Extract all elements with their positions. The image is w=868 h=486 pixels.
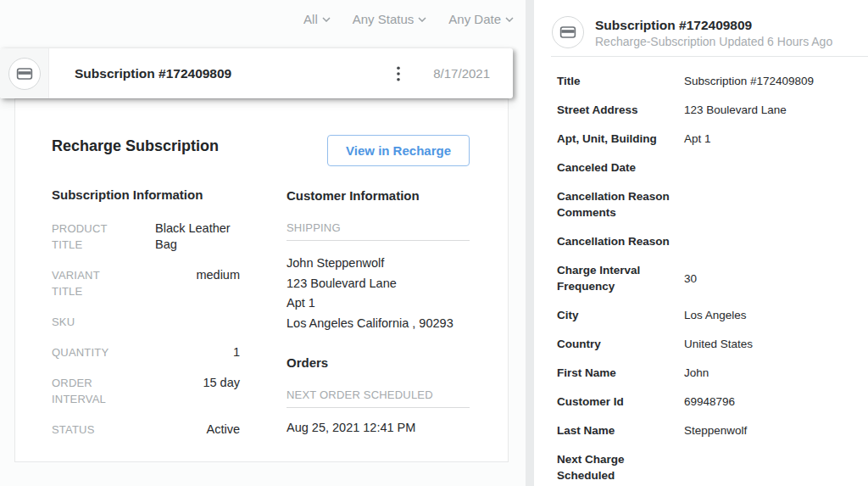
detail-subtitle: Recharge-Subscription Updated 6 Hours Ag…: [595, 34, 832, 50]
list-item-title: Subscription #172409809: [75, 66, 231, 81]
row-value: 69948796: [684, 394, 735, 410]
detail-row-cancellation-reason: Cancellation Reason: [557, 233, 860, 249]
filter-all-label: All: [303, 12, 318, 26]
credit-card-icon: [16, 67, 33, 81]
card-title: Recharge Subscription: [52, 137, 240, 155]
detail-sidebar: Subscription #172409809 Recharge-Subscri…: [534, 0, 868, 486]
credit-card-icon: [559, 25, 576, 39]
field-value: 1: [233, 344, 240, 360]
customer-info-heading: Customer Information: [287, 188, 470, 203]
address-line: 123 Boulevard Lane: [287, 274, 470, 294]
detail-header: Subscription #172409809 Recharge-Subscri…: [534, 0, 868, 56]
list-item-icon-rail: [0, 48, 49, 98]
field-variant-title: VARIANT TITLE medium: [52, 267, 240, 299]
row-label: Cancellation Reason Comments: [557, 188, 684, 221]
detail-row-title: Title Subscription #172409809: [557, 73, 860, 89]
field-sku: SKU: [52, 314, 240, 330]
shipping-label: SHIPPING: [287, 221, 470, 241]
list-item-date: 8/17/2021: [433, 66, 490, 81]
detail-title: Subscription #172409809: [595, 17, 832, 34]
subscription-info-column: Recharge Subscription Subscription Infor…: [52, 137, 240, 452]
field-value: Black Leather Bag: [155, 221, 240, 253]
detail-row-last-name: Last Name Steppenwolf: [557, 422, 860, 439]
avatar: [8, 58, 41, 90]
detail-row-cancellation-reason-comments: Cancellation Reason Comments: [557, 188, 860, 221]
row-value: Apt 1: [684, 131, 711, 147]
row-value: 123 Boulevard Lane: [684, 102, 787, 118]
row-value: Los Angeles: [684, 307, 747, 323]
field-label: QUANTITY: [52, 344, 131, 360]
row-label: Street Address: [557, 102, 684, 118]
shipping-address: John Steppenwolf 123 Boulevard Lane Apt …: [287, 254, 470, 333]
field-label: SKU: [52, 314, 131, 330]
app-window: All Any Status Any Date: [0, 0, 868, 486]
chevron-down-icon: [505, 17, 514, 22]
row-label: Next Charge Scheduled: [557, 451, 684, 483]
row-value: Subscription #172409809: [684, 73, 814, 89]
filter-date-dropdown[interactable]: Any Date: [448, 12, 514, 26]
orders-heading: Orders: [287, 355, 470, 370]
field-value: 15 day: [203, 375, 240, 407]
row-label: Cancellation Reason: [557, 233, 684, 249]
detail-header-text: Subscription #172409809 Recharge-Subscri…: [595, 15, 832, 50]
filter-status-dropdown[interactable]: Any Status: [353, 12, 427, 26]
chevron-down-icon: [418, 17, 426, 22]
filter-date-label: Any Date: [448, 12, 501, 26]
detail-row-customer-id: Customer Id 69948796: [557, 394, 860, 410]
row-label: Title: [557, 73, 684, 89]
field-label: STATUS: [52, 422, 131, 438]
avatar: [552, 16, 584, 48]
row-label: Last Name: [557, 422, 684, 439]
field-order-interval: ORDER INTERVAL 15 day: [52, 375, 240, 407]
subscription-list-panel: All Any Status Any Date: [0, 0, 526, 486]
view-in-recharge-button[interactable]: View in Recharge: [327, 135, 470, 166]
panel-divider: [526, 0, 534, 486]
detail-row-next-charge-scheduled: Next Charge Scheduled: [557, 451, 860, 483]
detail-row-canceled-date: Canceled Date: [557, 159, 860, 176]
row-label: Charge Interval Frequency: [557, 262, 684, 294]
detail-row-country: Country United States: [557, 336, 860, 352]
field-label: VARIANT TITLE: [52, 267, 131, 299]
address-line: John Steppenwolf: [287, 254, 470, 274]
next-order-label: NEXT ORDER SCHEDULED: [287, 388, 470, 408]
detail-row-apt-unit-building: Apt, Unit, Building Apt 1: [557, 131, 860, 147]
field-status: STATUS Active: [52, 422, 240, 438]
next-order-value: Aug 25, 2021 12:41 PM: [287, 421, 470, 434]
field-quantity: QUANTITY 1: [52, 344, 240, 360]
row-label: City: [557, 307, 684, 323]
filter-status-label: Any Status: [353, 12, 415, 26]
customer-info-column: View in Recharge Customer Information SH…: [287, 135, 470, 434]
field-value: Active: [207, 422, 241, 438]
row-value: United States: [684, 336, 753, 352]
row-value: Steppenwolf: [684, 422, 747, 439]
subscription-info-heading: Subscription Information: [52, 187, 240, 202]
detail-row-charge-interval-frequency: Charge Interval Frequency 30: [557, 262, 860, 294]
address-line: Apt 1: [287, 293, 470, 314]
subscription-list-item[interactable]: Subscription #172409809 8/17/2021: [0, 48, 513, 98]
filter-all-dropdown[interactable]: All: [303, 12, 331, 26]
row-label: Canceled Date: [557, 159, 684, 176]
subscription-detail-card: Recharge Subscription Subscription Infor…: [14, 98, 509, 462]
detail-fields: Title Subscription #172409809 Street Add…: [534, 57, 868, 483]
filter-bar: All Any Status Any Date: [303, 12, 514, 26]
field-product-title: PRODUCT TITLE Black Leather Bag: [52, 221, 240, 253]
field-label: ORDER INTERVAL: [52, 375, 131, 407]
chevron-down-icon: [322, 17, 331, 22]
row-value: John: [684, 365, 709, 381]
field-value: medium: [196, 267, 240, 299]
row-label: First Name: [557, 365, 684, 381]
row-label: Apt, Unit, Building: [557, 131, 684, 147]
row-label: Customer Id: [557, 394, 684, 410]
detail-row-first-name: First Name John: [557, 365, 860, 381]
kebab-menu-button[interactable]: [391, 64, 406, 83]
detail-row-street-address: Street Address 123 Boulevard Lane: [557, 102, 860, 118]
row-value: 30: [684, 271, 697, 287]
address-line: Los Angeles California , 90293: [287, 314, 470, 334]
detail-row-city: City Los Angeles: [557, 307, 860, 323]
field-label: PRODUCT TITLE: [52, 221, 131, 253]
row-label: Country: [557, 336, 684, 352]
